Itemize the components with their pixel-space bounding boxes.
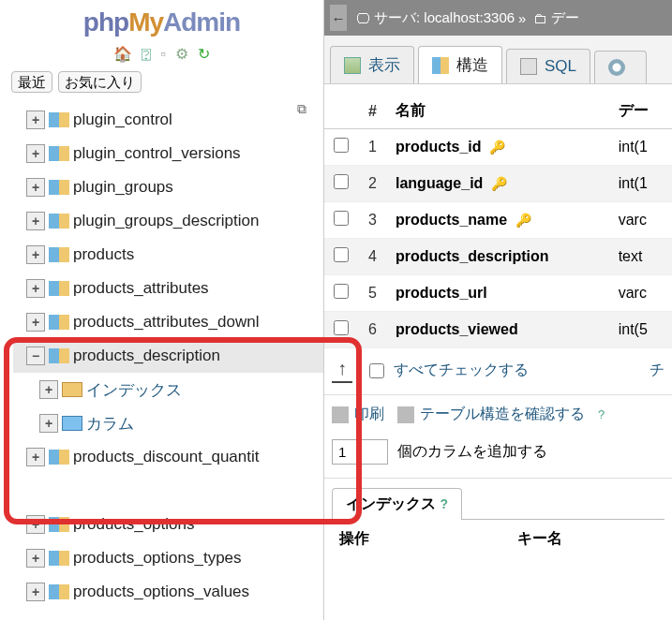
tree-label: products <box>73 245 134 264</box>
server-icon: 🖵 <box>356 10 370 26</box>
expand-icon[interactable]: + <box>26 144 45 163</box>
expand-icon[interactable]: + <box>26 111 45 129</box>
favorites-tab[interactable]: お気に入り <box>58 71 142 93</box>
logout-icon[interactable]: ⍰ <box>142 46 151 63</box>
row-checkbox[interactable] <box>334 284 349 299</box>
expand-icon[interactable]: + <box>26 515 45 534</box>
database-icon: 🗀 <box>533 10 547 26</box>
row-checkbox[interactable] <box>334 247 349 262</box>
recent-favorites: 最近 お気に入り <box>0 70 323 97</box>
tree-item-products_options_types[interactable]: +products_options_types <box>13 541 323 575</box>
table-row: 6products_viewedint(5 <box>324 312 672 348</box>
add-column-row: 個のカラムを追加する <box>324 434 672 479</box>
row-checkbox[interactable] <box>334 174 349 189</box>
expand-icon[interactable]: + <box>26 313 45 332</box>
tab-SQL[interactable]: SQL <box>506 49 590 83</box>
idx-icon <box>62 382 82 397</box>
expand-icon[interactable]: + <box>26 212 45 230</box>
breadcrumb-database[interactable]: デー <box>551 9 579 27</box>
home-icon[interactable]: 🏠 <box>113 45 132 63</box>
recent-tab[interactable]: 最近 <box>11 71 52 93</box>
tree-item-plugin_groups_description[interactable]: +plugin_groups_description <box>13 204 323 238</box>
tree-label: products_attributes <box>73 279 209 298</box>
docs-icon[interactable]: ▫ <box>160 46 166 63</box>
tab-構造[interactable]: 構造 <box>418 46 502 83</box>
expand-icon[interactable]: − <box>26 347 45 365</box>
tree-item-products[interactable]: +products <box>13 238 323 272</box>
check-all-arrow-icon: ↑ <box>332 358 352 383</box>
expand-icon[interactable]: + <box>26 549 45 568</box>
tree-item-インデックス[interactable]: +インデックス <box>13 373 323 406</box>
tree-label: products_description <box>73 347 220 365</box>
column-name[interactable]: language_id 🔑 <box>386 166 609 202</box>
tree-item-products_options[interactable]: +products_options <box>13 508 323 541</box>
col-name-header: 名前 <box>386 94 609 129</box>
indexes-section: インデックス ? 操作 キー名 <box>324 479 672 558</box>
index-col-action: 操作 <box>339 529 517 549</box>
tree-item-products_discount_quantit[interactable]: +products_discount_quantit <box>13 440 323 474</box>
tree-item-plugin_groups[interactable]: +plugin_groups <box>13 170 323 204</box>
breadcrumb-server[interactable]: サーバ: localhost:3306 <box>374 9 515 27</box>
tree-label: products_options_types <box>73 549 242 568</box>
column-type: text <box>609 239 672 275</box>
logo[interactable]: phpMyAdmin <box>0 0 323 41</box>
column-name[interactable]: products_name 🔑 <box>386 202 609 239</box>
check-all-checkbox[interactable] <box>369 363 384 378</box>
column-name[interactable]: products_url <box>386 275 609 312</box>
indexes-heading: インデックス ? <box>332 488 462 520</box>
table-icon <box>49 146 69 161</box>
settings-icon[interactable]: ⚙ <box>175 45 188 63</box>
expand-icon[interactable]: + <box>39 380 58 399</box>
add-column-count-input[interactable] <box>332 439 388 465</box>
tree-label: カラム <box>86 413 134 435</box>
row-number: 3 <box>358 202 386 239</box>
expand-icon[interactable]: + <box>39 414 58 433</box>
row-number: 4 <box>358 239 386 275</box>
table-icon <box>49 214 69 229</box>
table-icon <box>49 551 69 566</box>
reload-icon[interactable]: ↻ <box>198 45 210 63</box>
expand-icon[interactable]: + <box>26 178 45 197</box>
table-row: 4products_descriptiontext <box>324 239 672 275</box>
help-icon[interactable]: ? <box>598 407 605 421</box>
tree-label: products_attributes_downl <box>73 313 259 332</box>
columns-table: # 名前 デー 1products_id 🔑int(12language_id … <box>324 94 672 348</box>
expand-icon[interactable]: + <box>26 279 45 298</box>
row-number: 2 <box>358 166 386 202</box>
print-button[interactable]: 印刷 <box>332 405 384 424</box>
tree-item-カラム[interactable]: +カラム <box>13 406 323 440</box>
tab-label: 表示 <box>368 54 400 76</box>
tree-item-plugin_control_versions[interactable]: +plugin_control_versions <box>13 137 323 170</box>
row-checkbox[interactable] <box>334 211 349 226</box>
tree-item-products_attributes[interactable]: +products_attributes <box>13 272 323 305</box>
sql-icon <box>520 58 537 75</box>
column-name[interactable]: products_viewed <box>386 312 609 348</box>
table-icon <box>49 112 69 127</box>
tab-label: SQL <box>545 57 576 76</box>
row-checkbox[interactable] <box>334 138 349 153</box>
tab-label: 構造 <box>456 54 488 76</box>
nav-collapse-icon[interactable]: ← <box>330 5 347 31</box>
check-all-label[interactable]: すべてチェックする <box>394 361 529 380</box>
analyze-icon <box>397 406 414 423</box>
tab-search[interactable] <box>594 51 647 83</box>
analyze-button[interactable]: テーブル構造を確認する <box>397 405 585 424</box>
expand-icon[interactable]: + <box>26 245 45 264</box>
tree-item-products_options_values[interactable]: +products_options_values <box>13 575 323 609</box>
col-check-header <box>324 94 358 129</box>
table-row: 2language_id 🔑int(1 <box>324 166 672 202</box>
column-name[interactable]: products_description <box>386 239 609 275</box>
tree-item-products_description[interactable]: −products_description <box>13 339 323 373</box>
column-name[interactable]: products_id 🔑 <box>386 129 609 166</box>
expand-icon[interactable]: + <box>26 448 45 466</box>
expand-icon[interactable]: + <box>26 583 45 601</box>
add-column-label: 個のカラムを追加する <box>397 442 547 462</box>
primary-key-icon: 🔑 <box>491 176 507 191</box>
tab-表示[interactable]: 表示 <box>330 46 414 83</box>
tree-item-plugin_control[interactable]: +plugin_control <box>13 103 323 137</box>
tree-item-products_attributes_downl[interactable]: +products_attributes_downl <box>13 305 323 339</box>
tree-label: products_options <box>73 515 194 534</box>
help-icon[interactable]: ? <box>440 496 448 511</box>
row-checkbox[interactable] <box>334 320 349 335</box>
row-number: 6 <box>358 312 386 348</box>
